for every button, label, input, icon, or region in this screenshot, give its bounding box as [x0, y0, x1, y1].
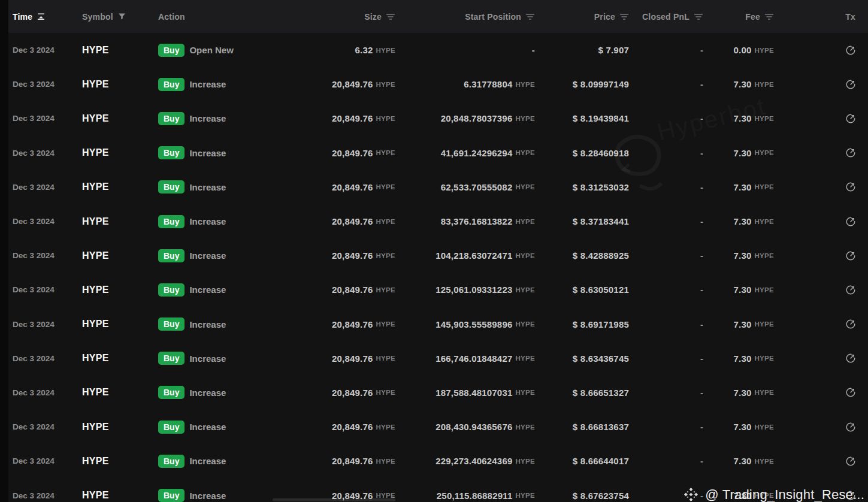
tx-link-icon[interactable]	[845, 421, 857, 433]
tx-link-icon[interactable]	[845, 352, 857, 364]
cell-tx	[776, 444, 868, 478]
size-unit: HYPE	[376, 183, 395, 190]
size-value: 20,849.76	[332, 388, 373, 398]
start-position-value: 187,588.48107031	[435, 388, 512, 398]
cell-tx	[776, 33, 868, 67]
tx-link-icon[interactable]	[845, 44, 857, 56]
cell-closed-pnl: -	[631, 444, 705, 478]
cell-start-position: 83,376.16813822 HYPE	[397, 204, 537, 238]
tx-link-icon[interactable]	[845, 147, 857, 159]
cell-price: $ 8.37183441	[537, 204, 631, 238]
price-value: $ 8.66644017	[573, 456, 629, 466]
cell-price: $ 8.66651327	[537, 376, 631, 410]
table-row: Dec 3 2024 HYPE Buy Increase 20,849.76 H…	[8, 170, 868, 204]
column-header-symbol[interactable]: Symbol	[78, 0, 154, 33]
cell-time: Dec 3 2024	[8, 444, 78, 478]
tx-link-icon[interactable]	[845, 216, 857, 228]
price-value: $ 8.19439841	[573, 113, 629, 123]
start-position-unit: HYPE	[515, 81, 535, 88]
price-value: $ 7.907	[598, 45, 629, 55]
fee-unit: HYPE	[754, 252, 774, 259]
size-unit: HYPE	[376, 320, 395, 328]
price-value: $ 8.67623754	[573, 491, 629, 501]
price-value: $ 8.66813637	[573, 422, 629, 432]
cell-size: 20,849.76 HYPE	[282, 101, 397, 135]
price-value: $ 8.09997149	[573, 79, 629, 89]
column-label-time: Time	[13, 12, 32, 22]
fee-value: 7.30	[733, 353, 751, 364]
cell-closed-pnl: -	[631, 307, 705, 341]
start-position-value: 6.31778804	[464, 79, 512, 89]
fee-value: 7.30	[733, 182, 751, 192]
trade-history-screen: Time Symbol Action Size	[0, 0, 868, 502]
buy-badge: Buy	[158, 249, 185, 262]
filter-lines-icon	[694, 13, 703, 20]
cell-action: Buy Increase	[154, 136, 282, 170]
tx-link-icon[interactable]	[845, 284, 857, 296]
cell-time: Dec 3 2024	[8, 170, 78, 204]
cell-start-position: 145,903.55589896 HYPE	[397, 307, 537, 341]
fee-unit: HYPE	[754, 424, 774, 431]
action-label: Increase	[189, 422, 226, 432]
size-value: 20,849.76	[332, 422, 373, 432]
column-header-start-position[interactable]: Start Position	[397, 0, 537, 33]
cell-symbol: HYPE	[78, 33, 154, 67]
tx-link-icon[interactable]	[845, 250, 857, 262]
buy-badge: Buy	[158, 215, 185, 228]
cell-start-position: 187,588.48107031 HYPE	[397, 376, 537, 410]
fee-value: 7.30	[733, 388, 751, 398]
cell-fee: 7.30 HYPE	[705, 136, 776, 170]
size-unit: HYPE	[376, 389, 395, 396]
price-value: $ 8.66651327	[573, 388, 629, 398]
table-row: Dec 3 2024 HYPE Buy Increase 20,849.76 H…	[8, 273, 868, 307]
cell-action: Buy Increase	[154, 307, 282, 341]
cell-size: 6.32 HYPE	[282, 33, 397, 67]
cell-closed-pnl: -	[631, 33, 705, 67]
closed-pnl-value: -	[700, 388, 703, 398]
tx-link-icon[interactable]	[845, 318, 857, 330]
cell-time: Dec 3 2024	[8, 204, 78, 238]
cell-start-position: 20,848.78037396 HYPE	[397, 101, 537, 135]
buy-badge: Buy	[158, 180, 185, 193]
cell-size: 20,849.76 HYPE	[282, 136, 397, 170]
action-label: Increase	[189, 79, 226, 89]
cell-price: $ 8.28460918	[537, 136, 631, 170]
column-header-size[interactable]: Size	[282, 0, 397, 33]
tx-link-icon[interactable]	[845, 113, 857, 125]
filter-lines-icon	[525, 13, 535, 20]
trade-history-table: Time Symbol Action Size	[8, 0, 868, 502]
horizontal-scrollbar[interactable]	[273, 498, 395, 501]
column-header-action[interactable]: Action	[154, 0, 282, 33]
cell-tx	[776, 376, 868, 410]
cell-start-position: 208,430.94365676 HYPE	[397, 410, 537, 444]
tx-link-icon[interactable]	[845, 386, 857, 398]
column-header-fee[interactable]: Fee	[705, 0, 776, 33]
cell-time: Dec 3 2024	[8, 376, 78, 410]
filter-funnel-icon	[117, 12, 126, 21]
cell-size: 20,849.76 HYPE	[282, 273, 397, 307]
price-value: $ 8.69171985	[573, 319, 629, 329]
buy-badge: Buy	[158, 421, 185, 434]
cell-symbol: HYPE	[78, 341, 154, 376]
buy-badge: Buy	[158, 386, 185, 399]
column-header-price[interactable]: Price	[537, 0, 631, 33]
cell-action: Buy Increase	[154, 67, 282, 101]
size-unit: HYPE	[376, 149, 395, 156]
cell-price: $ 8.67623754	[537, 478, 631, 502]
column-header-tx[interactable]: Tx	[776, 0, 868, 33]
start-position-value: 250,115.86882911	[437, 491, 513, 501]
cell-time: Dec 3 2024	[8, 67, 78, 101]
cell-action: Buy Increase	[154, 101, 282, 135]
tx-link-icon[interactable]	[845, 181, 857, 193]
start-position-value: 104,218.63072471	[435, 250, 512, 261]
cell-fee: 7.30 HYPE	[705, 307, 776, 341]
table-header-row: Time Symbol Action Size	[8, 0, 868, 33]
fee-unit: HYPE	[754, 47, 774, 54]
column-header-closed-pnl[interactable]: Closed PnL	[631, 0, 705, 33]
cell-fee: 7.30 HYPE	[705, 273, 776, 307]
tx-link-icon[interactable]	[845, 455, 857, 467]
column-header-time[interactable]: Time	[8, 0, 78, 33]
size-value: 20,849.76	[332, 148, 373, 158]
cell-start-position: 125,061.09331223 HYPE	[397, 273, 537, 307]
tx-link-icon[interactable]	[845, 78, 857, 90]
